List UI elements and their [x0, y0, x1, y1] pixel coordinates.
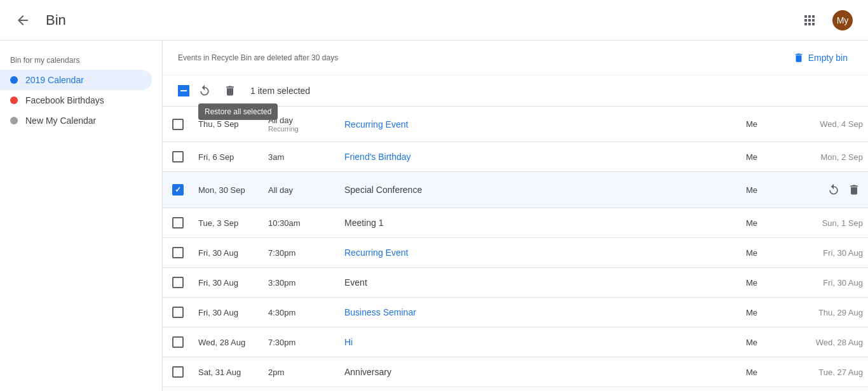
events-table-body: Thu, 5 SepAll dayRecurringRecurring Even… — [163, 107, 868, 391]
selected-count-text: 1 item selected — [250, 86, 310, 96]
sidebar-section-title: Bin for my calendars — [0, 51, 162, 70]
event-deleted-or-actions: Thu, 29 Aug — [792, 298, 868, 328]
time-main: All day — [268, 116, 334, 125]
row-trash-icon — [848, 183, 860, 196]
checkbox-box — [172, 151, 184, 162]
event-name: Event — [339, 268, 741, 298]
table-row: Wed, 28 Aug7:30pmHiMeWed, 28 Aug — [163, 328, 868, 357]
event-date: Fri, 30 Aug — [193, 268, 263, 298]
event-time: 10:30am — [263, 208, 339, 238]
event-date: Sat, 31 Aug — [193, 387, 263, 392]
checkbox-box — [172, 119, 184, 130]
restore-button[interactable] — [194, 81, 215, 101]
sidebar-item-2019-calendar[interactable]: 2019 Calendar — [0, 70, 152, 90]
event-date: Sat, 31 Aug — [193, 357, 263, 387]
event-date: Fri, 30 Aug — [193, 298, 263, 328]
apps-button[interactable] — [797, 8, 822, 33]
delete-selected-button[interactable] — [220, 81, 240, 101]
dot-gray-icon — [10, 117, 18, 124]
dot-red-icon — [10, 96, 18, 104]
avatar-button[interactable]: My — [827, 5, 858, 36]
event-calendar: Me — [741, 107, 792, 142]
event-calendar: Me — [741, 387, 792, 392]
event-checkbox[interactable] — [168, 277, 188, 288]
table-row: Fri, 6 Sep3amFriend's BirthdayMeMon, 2 S… — [163, 142, 868, 172]
table-row: Sat, 31 Aug4pmMeetingMeTue, 27 Aug — [163, 387, 868, 392]
main-notice-bar: Events in Recycle Bin are deleted after … — [163, 41, 868, 76]
event-name[interactable]: Recurring Event — [339, 238, 741, 268]
event-name[interactable]: Friend's Birthday — [339, 142, 741, 172]
row-restore-button[interactable] — [825, 181, 843, 199]
event-deleted-or-actions: Fri, 30 Aug — [792, 268, 868, 298]
event-calendar: Me — [741, 142, 792, 172]
row-restore-icon — [827, 183, 840, 196]
checkbox-box — [172, 336, 184, 348]
empty-bin-button[interactable]: Empty bin — [788, 48, 853, 67]
table-row: Tue, 3 Sep10:30amMeeting 1MeSun, 1 Sep — [163, 208, 868, 238]
restore-tooltip: Restore all selected — [198, 103, 278, 120]
table-row: ✓ Mon, 30 SepAll daySpecial ConferenceMe — [163, 172, 868, 208]
header-right: My — [797, 5, 858, 36]
event-checkbox[interactable] — [168, 366, 188, 378]
sidebar-item-new-my-calendar[interactable]: New My Calendar — [0, 110, 152, 131]
time-sub: Recurring — [268, 125, 334, 133]
check-mark: ✓ — [175, 185, 181, 194]
event-time: 4:30pm — [263, 298, 339, 328]
checkbox-cell[interactable] — [163, 328, 193, 357]
select-all-checkbox[interactable] — [178, 85, 189, 96]
event-checkbox[interactable]: ✓ — [168, 184, 188, 196]
event-calendar: Me — [741, 172, 792, 208]
checkbox-cell[interactable] — [163, 142, 193, 172]
apps-icon — [802, 13, 817, 28]
event-date: Fri, 30 Aug — [193, 238, 263, 268]
event-deleted-or-actions: Sun, 1 Sep — [792, 208, 868, 238]
sidebar-item-facebook-birthdays[interactable]: Facebook Birthdays — [0, 90, 152, 110]
checkbox-cell[interactable] — [163, 268, 193, 298]
event-checkbox[interactable] — [168, 217, 188, 229]
checkbox-cell[interactable] — [163, 238, 193, 268]
checkbox-box: ✓ — [172, 184, 184, 196]
row-actions — [797, 181, 863, 199]
event-name: Meeting — [339, 387, 741, 392]
sidebar-item-label: New My Calendar — [25, 116, 96, 126]
event-checkbox[interactable] — [168, 307, 188, 318]
event-checkbox[interactable] — [168, 336, 188, 348]
event-deleted-or-actions: Fri, 30 Aug — [792, 238, 868, 268]
checkbox-cell[interactable]: ✓ — [163, 172, 193, 208]
checkbox-cell[interactable] — [163, 208, 193, 238]
checkbox-box — [172, 277, 184, 288]
event-name[interactable]: Recurring Event — [339, 107, 741, 142]
table-row: Sat, 31 Aug2pmAnniversaryMeTue, 27 Aug — [163, 357, 868, 387]
table-row: Fri, 30 Aug3:30pmEventMeFri, 30 Aug — [163, 268, 868, 298]
delete-icon — [793, 52, 804, 63]
event-time: 7:30pm — [263, 238, 339, 268]
restore-icon — [198, 84, 211, 97]
row-delete-button[interactable] — [845, 181, 863, 199]
layout: Bin for my calendars 2019 Calendar Faceb… — [0, 41, 868, 391]
event-name[interactable]: Business Seminar — [339, 298, 741, 328]
back-button[interactable] — [10, 8, 36, 33]
event-name: Special Conference — [339, 172, 741, 208]
back-icon — [15, 13, 31, 28]
event-name[interactable]: Hi — [339, 328, 741, 357]
checkbox-cell[interactable] — [163, 357, 193, 387]
table-row: Fri, 30 Aug7:30pmRecurring EventMeFri, 3… — [163, 238, 868, 268]
event-checkbox[interactable] — [168, 151, 188, 162]
checkbox-cell[interactable] — [163, 387, 193, 392]
event-time: 3:30pm — [263, 268, 339, 298]
checkbox-cell[interactable] — [163, 107, 193, 142]
event-checkbox[interactable] — [168, 247, 188, 258]
event-time: 4pm — [263, 387, 339, 392]
event-time: All day — [263, 172, 339, 208]
indeterminate-icon — [180, 90, 187, 91]
checkbox-cell[interactable] — [163, 298, 193, 328]
events-table: Thu, 5 SepAll dayRecurringRecurring Even… — [163, 107, 868, 391]
page-title: Bin — [46, 12, 66, 29]
event-checkbox[interactable] — [168, 119, 188, 130]
event-calendar: Me — [741, 208, 792, 238]
table-row: Fri, 30 Aug4:30pmBusiness SeminarMeThu, … — [163, 298, 868, 328]
checkbox-box — [172, 217, 184, 229]
event-time: 7:30pm — [263, 328, 339, 357]
checkbox-box — [172, 307, 184, 318]
event-deleted-or-actions: Wed, 28 Aug — [792, 328, 868, 357]
